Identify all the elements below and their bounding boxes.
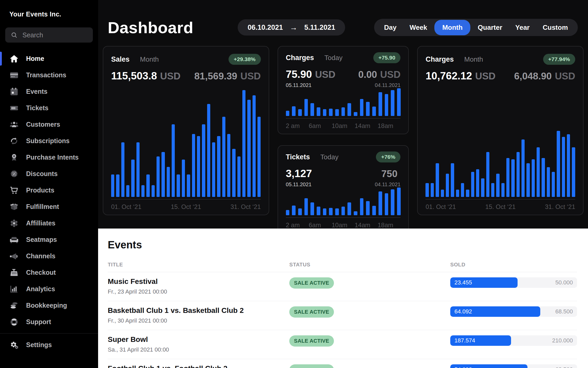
sidebar-item-checkout[interactable]: Checkout bbox=[0, 264, 98, 281]
sidebar-item-discounts[interactable]: Discounts bbox=[0, 166, 98, 182]
change-badge: +75.90 bbox=[373, 52, 401, 63]
column-header-sold: SOLD bbox=[450, 262, 577, 268]
bar bbox=[292, 206, 296, 215]
bar bbox=[329, 208, 333, 215]
gear-icon bbox=[9, 340, 19, 350]
events-table-header: TITLE STATUS SOLD bbox=[108, 262, 577, 272]
x-axis: 01. Oct ‘2115. Oct ‘2131. Oct ‘21 bbox=[111, 199, 261, 215]
event-date: Sa., 31 April 2021 00:00 bbox=[108, 346, 289, 353]
sold-total: 210.000 bbox=[552, 337, 577, 344]
period-tab-day[interactable]: Day bbox=[378, 20, 402, 35]
sidebar-item-channels[interactable]: Channels bbox=[0, 248, 98, 264]
events-table-body: Music Festival Fr., 23 April 2021 00:00 … bbox=[108, 272, 577, 368]
secondary-unit: USD bbox=[240, 71, 261, 82]
sidebar-item-settings[interactable]: Settings bbox=[0, 337, 98, 353]
credit-card-icon bbox=[9, 71, 19, 80]
sidebar: Your Events Inc. HomeTransactionsEventsT… bbox=[0, 0, 98, 368]
primary-date: 05.11.2021 bbox=[286, 82, 312, 88]
bar bbox=[379, 92, 382, 116]
events-heading: Events bbox=[108, 239, 577, 251]
sold-total: 68.500 bbox=[555, 308, 577, 315]
sidebar-item-events[interactable]: Events bbox=[0, 83, 98, 100]
sidebar-item-analytics[interactable]: Analytics bbox=[0, 281, 98, 297]
search-icon bbox=[10, 31, 18, 39]
bar bbox=[298, 109, 302, 116]
bar bbox=[329, 109, 333, 116]
period-tab-week[interactable]: Week bbox=[404, 20, 433, 35]
primary-unit: USD bbox=[160, 71, 181, 82]
sidebar-item-affilliates[interactable]: Affilliates bbox=[0, 215, 98, 231]
bar bbox=[341, 207, 345, 215]
event-date: Fr., 23 April 2021 00:00 bbox=[108, 288, 289, 295]
sold-value: 187.574 bbox=[454, 337, 475, 344]
bar bbox=[146, 174, 149, 197]
search-input[interactable] bbox=[22, 31, 88, 39]
bar bbox=[253, 95, 256, 197]
bar bbox=[436, 163, 439, 197]
sold-value: 64.092 bbox=[454, 308, 472, 315]
sidebar-item-seatmaps[interactable]: Seatmaps bbox=[0, 231, 98, 248]
bar bbox=[212, 142, 215, 197]
table-row[interactable]: Basketball Club 1 vs. Basketball Club 2 … bbox=[108, 301, 577, 330]
x-tick: 15. Oct ‘21 bbox=[171, 203, 201, 211]
sidebar-item-tickets[interactable]: Tickets bbox=[0, 100, 98, 116]
bar bbox=[292, 106, 296, 116]
period-tab-month[interactable]: Month bbox=[434, 20, 470, 35]
event-title: Super Bowl bbox=[108, 335, 289, 344]
charges-month-chart: 01. Oct ‘2115. Oct ‘2131. Oct ‘21 bbox=[425, 131, 575, 215]
period-tab-custom[interactable]: Custom bbox=[537, 20, 574, 35]
sidebar-item-support[interactable]: Support bbox=[0, 314, 98, 330]
bar-group bbox=[286, 88, 401, 116]
x-tick: 01. Oct ‘21 bbox=[425, 203, 456, 211]
sidebar-item-bookkeeping[interactable]: Bookkeeping bbox=[0, 297, 98, 314]
bar bbox=[136, 142, 140, 197]
bar bbox=[317, 207, 320, 215]
period-tab-quarter[interactable]: Quarter bbox=[472, 20, 508, 35]
sidebar-item-label: Events bbox=[26, 88, 47, 95]
bar bbox=[461, 183, 464, 197]
bar bbox=[335, 208, 339, 215]
home-icon bbox=[9, 54, 19, 63]
x-tick: 15. Oct ‘21 bbox=[485, 203, 515, 211]
x-tick: 31. Oct ‘21 bbox=[545, 203, 575, 211]
bar bbox=[511, 159, 514, 197]
sold-progress: 23.455 50.000 bbox=[450, 277, 577, 288]
event-title: Basketball Club 1 vs. Basketball Club 2 bbox=[108, 306, 289, 315]
card-label: Charges bbox=[425, 55, 454, 63]
bar bbox=[111, 174, 114, 197]
bar bbox=[572, 147, 575, 197]
bar bbox=[187, 174, 190, 197]
sidebar-item-label: Subscriptions bbox=[26, 137, 70, 145]
rosette-icon bbox=[9, 153, 19, 162]
sidebar-item-label: Customers bbox=[26, 121, 60, 128]
sidebar-item-home[interactable]: Home bbox=[0, 50, 98, 67]
table-row[interactable]: Super Bowl Sa., 31 April 2021 00:00 SALE… bbox=[108, 330, 577, 359]
secondary-value: 6,048.90 bbox=[514, 71, 552, 82]
bar bbox=[481, 178, 484, 197]
sidebar-item-subscriptions[interactable]: Subscriptions bbox=[0, 133, 98, 149]
bar bbox=[242, 90, 245, 197]
table-row[interactable]: Music Festival Fr., 23 April 2021 00:00 … bbox=[108, 272, 577, 301]
bar bbox=[431, 183, 434, 197]
bar bbox=[141, 185, 145, 197]
sidebar-item-fulfillment[interactable]: Fulfillment bbox=[0, 198, 98, 215]
date-range-picker[interactable]: 06.10.2021 → 5.11.2021 bbox=[238, 19, 345, 36]
sidebar-item-purchase-intents[interactable]: Purchase Intents bbox=[0, 149, 98, 166]
sidebar-item-label: Products bbox=[26, 186, 54, 194]
primary-date: 05.11.2021 bbox=[286, 182, 312, 188]
period-tab-year[interactable]: Year bbox=[509, 20, 535, 35]
search-box[interactable] bbox=[5, 27, 93, 43]
bar-group bbox=[286, 188, 401, 215]
sidebar-item-products[interactable]: Products bbox=[0, 182, 98, 198]
status-badge: SALE ACTIVE bbox=[289, 335, 334, 347]
primary-unit: USD bbox=[315, 69, 335, 80]
x-tick: 31. Oct ‘21 bbox=[230, 203, 261, 211]
bar bbox=[197, 136, 200, 197]
sidebar-item-transactions[interactable]: Transactions bbox=[0, 67, 98, 83]
bar bbox=[397, 188, 401, 215]
sidebar-item-customers[interactable]: Customers bbox=[0, 116, 98, 133]
bar bbox=[317, 107, 320, 116]
secondary-unit: USD bbox=[380, 69, 400, 80]
sales-month-card: Sales Month +29.38% 115,503.8 USD 81,569… bbox=[103, 46, 269, 215]
table-row[interactable]: Football Club 1 vs. Football Club 2 Fr.,… bbox=[108, 359, 577, 368]
